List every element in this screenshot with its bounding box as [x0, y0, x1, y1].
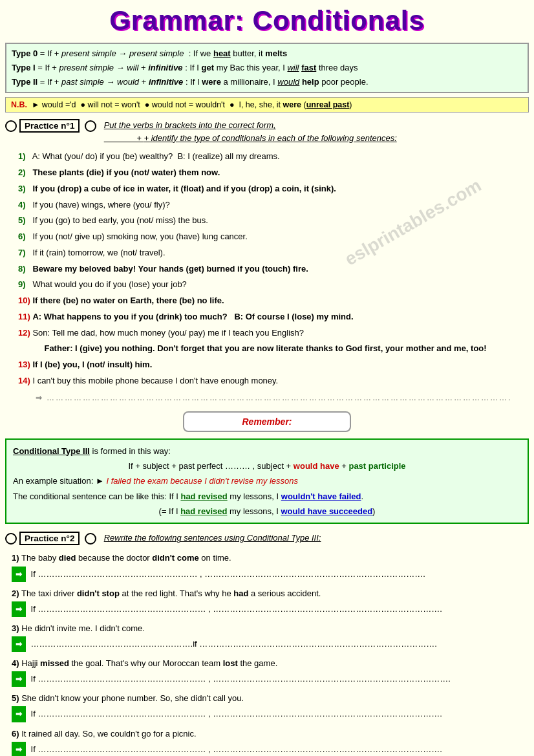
arrow-6: ➡ [12, 742, 26, 756]
arrow-5: ➡ [12, 706, 26, 722]
ex-1: 1) A: What (you/ do) if you (be) wealthy… [18, 149, 529, 164]
p2-ex-3: 3) He didn't invite me. I didn't come. ➡… [12, 621, 529, 652]
ex-13: 13) If I (be) you, I (not/ insult) him. [18, 358, 529, 373]
ex-11: 11) A: What happens to you if you (drink… [18, 310, 529, 325]
remember-box: Remember: [183, 411, 351, 432]
arrow-3: ➡ [12, 636, 26, 652]
ex-14: 14) I can't buy this mobile phone becaus… [18, 374, 529, 389]
ex-3: 3) If you (drop) a cube of ice in water,… [18, 182, 529, 197]
ex-12: 12) Son: Tell me dad, how much money (yo… [18, 326, 529, 341]
practice2-header: Practice n°2 Rewrite the following sente… [5, 532, 529, 545]
practice1-header: Practice n°1 Put the verbs in brackets i… [5, 119, 529, 144]
cond3-example-line: An example situation: ► I failed the exa… [13, 473, 521, 488]
ex-7: 7) If it (rain) tomorrow, we (not/ trave… [18, 246, 529, 261]
conditional3-box: Conditional Type III is formed in this w… [5, 438, 529, 524]
arrow-4: ➡ [12, 671, 26, 687]
practice2-circle-right [85, 533, 96, 545]
cond3-equal-line: (= If I had revised my lessons, I would … [13, 504, 521, 519]
cond3-title: Conditional Type III [13, 446, 90, 456]
page-title: Grammar: Conditionals [5, 5, 529, 36]
ex-6: 6) If you (not/ give up) smoking now, yo… [18, 230, 529, 244]
cond3-formula: If + subject + past perfect ……… , subjec… [13, 459, 521, 473]
ex-9: 9) What would you do if you (lose) your … [18, 277, 529, 292]
p2-ex-1: 1) The baby died because the doctor didn… [12, 550, 529, 581]
ex-5: 5) If you (go) to bed early, you (not/ m… [18, 213, 529, 228]
practice2-instruction: Rewrite the following sentences using Co… [104, 532, 321, 545]
arrow-1: ➡ [12, 567, 26, 582]
practice2-circle-left [5, 533, 17, 545]
remember-section: Remember: [5, 411, 529, 432]
types-box: Type 0 = If + present simple → present s… [5, 43, 529, 93]
practice2-exercises: 1) The baby died because the doctor didn… [5, 550, 529, 756]
dotted-line-1: ⇒ ……………………………………………………………………………………………………… [28, 391, 529, 405]
ex-2: 2) These plants (die) if you (not/ water… [18, 166, 529, 180]
p2-ex-5: 5) She didn't know your phone number. So… [12, 691, 529, 722]
practice1-instruction: Put the verbs in brackets into the corre… [104, 119, 397, 144]
practice2-label: Practice n°2 [19, 532, 80, 545]
cond3-title-line: Conditional Type III is formed in this w… [13, 444, 521, 459]
ex-12b: Father: I (give) you nothing. Don't forg… [18, 341, 529, 356]
ex-8: 8) Beware my beloved baby! Your hands (g… [18, 262, 529, 277]
cond3-example: I failed the exam because I didn't revis… [106, 476, 298, 486]
practice1-exercises: 1) A: What (you/ do) if you (be) wealthy… [5, 149, 529, 404]
ex-4: 4) If you (have) wings, where (you/ fly)… [18, 198, 529, 213]
practice1-circle-right [85, 120, 96, 132]
practice1-label: Practice n°1 [19, 119, 80, 133]
nb-box: N.B. ► would ='d ● will not = won't ● wo… [5, 97, 529, 113]
practice1-circle-left [5, 120, 17, 132]
p2-ex-4: 4) Hajji missed the goal. That's why our… [12, 656, 529, 687]
cond3-sentence-line: The conditional sentence can be like thi… [13, 489, 521, 504]
ex-10: 10) If there (be) no water on Earth, the… [18, 294, 529, 308]
p2-ex-6: 6) It rained all day. So, we couldn't go… [12, 726, 529, 756]
remember-label: Remember: [242, 416, 292, 427]
p2-ex-2: 2) The taxi driver didn't stop at the re… [12, 586, 529, 617]
arrow-2: ➡ [12, 601, 26, 617]
